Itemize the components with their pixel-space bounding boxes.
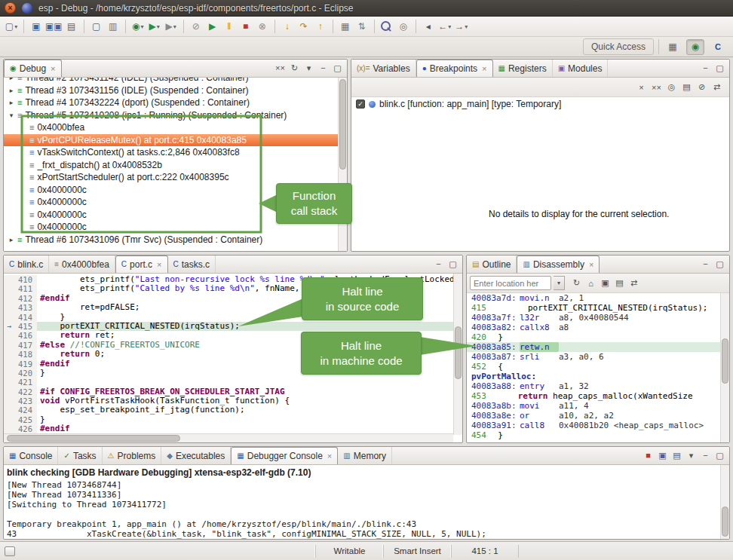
step-over-icon[interactable]: ↷	[296, 19, 311, 35]
thread-row[interactable]: ▸≡Thread #3 1073431156 (IDLE) (Suspended…	[4, 84, 347, 97]
tab-breakpoints[interactable]: ●Breakpoints×	[416, 60, 493, 77]
run-icon[interactable]: ▶▾	[147, 19, 162, 35]
tab-executables[interactable]: ◆Executables	[161, 447, 231, 464]
tab-debugger-console[interactable]: ▦Debugger Console×	[231, 447, 338, 464]
open-perspective-icon[interactable]: ▦	[664, 39, 682, 55]
instruction-stepping-icon[interactable]: ▦	[338, 19, 353, 35]
editor-horizontal-scrollbar[interactable]	[4, 433, 453, 442]
tab-memory[interactable]: ▥Memory	[338, 447, 392, 464]
minimize-view-icon[interactable]: −	[699, 258, 712, 271]
tab-variables[interactable]: (x)=Variables	[351, 60, 416, 77]
tab-debug[interactable]: ◉Debug×	[4, 60, 62, 77]
remove-all-breakpoints-icon[interactable]: ××	[650, 81, 663, 93]
resume-icon[interactable]: ▶	[205, 19, 220, 35]
maximize-view-icon[interactable]: ▢	[713, 62, 726, 75]
step-return-icon[interactable]: ↑	[313, 19, 328, 35]
minimize-view-icon[interactable]: −	[699, 449, 712, 462]
console-output[interactable]: blink checking [GDB Hardware Debugging] …	[4, 465, 729, 539]
disassembly-row[interactable]: 415 portEXIT_CRITICAL_NESTED(irqStatus);	[467, 303, 729, 313]
disassembly-listing[interactable]: 40083a7d:movi.na2, 1415 portEXIT_CRITICA…	[467, 293, 729, 440]
disassembly-row[interactable]: 40083a7d:movi.na2, 1	[467, 293, 729, 303]
disassembly-row[interactable]: 40083a82:callx8a8	[467, 323, 729, 332]
disassembly-row[interactable]: 40083a8e:ora10, a2, a2	[467, 411, 729, 421]
breakpoints-list[interactable]: ✓ blink.c [function: app_main] [type: Te…	[351, 97, 729, 219]
thread-row[interactable]: ▸≡Thread #6 1073431096 (Tmr Svc) (Suspen…	[4, 234, 347, 246]
tab-problems[interactable]: ⚠Problems	[103, 447, 162, 464]
tab-tasks[interactable]: ✓Tasks	[58, 447, 102, 464]
editor-vertical-scrollbar[interactable]	[453, 274, 462, 435]
restart-icon[interactable]: ↻	[288, 62, 301, 75]
console-menu-icon[interactable]: ▾	[685, 449, 698, 462]
last-edit-location-icon[interactable]: ◂	[421, 19, 436, 35]
close-tab-icon[interactable]: ×	[482, 64, 486, 73]
disassembly-row[interactable]: 453 return heap_caps_malloc(xWantedSize	[467, 391, 729, 401]
location-dropdown-icon[interactable]: ▾	[554, 276, 565, 290]
forward-icon[interactable]: →▾	[454, 19, 469, 35]
link-with-debug-view-icon[interactable]: ⇄	[710, 81, 723, 93]
minimize-view-icon[interactable]: −	[432, 258, 445, 271]
new-icon[interactable]: ▢▾	[4, 19, 19, 35]
thread-row[interactable]: ▸≡Thread #4 1073432224 (dport) (Suspende…	[4, 96, 347, 109]
tab-blink-c[interactable]: Cblink.c	[4, 256, 49, 273]
tab-disassembly[interactable]: ▥Disassembly×	[517, 256, 600, 273]
skip-all-breakpoints-icon[interactable]: ⊘	[189, 19, 204, 35]
toggle-tracking-icon[interactable]: ▤	[613, 277, 626, 289]
print-icon[interactable]: ▤	[64, 19, 79, 35]
terminate-icon[interactable]: ■	[238, 19, 253, 35]
disassembly-row[interactable]: 454 }	[467, 430, 729, 440]
disconnect-icon[interactable]: ⊗	[255, 19, 270, 35]
quick-access-button[interactable]: Quick Access	[583, 38, 654, 55]
window-close-button[interactable]: ×	[5, 2, 16, 14]
disassembly-row[interactable]: 40083a8b:movia11, 4	[467, 401, 729, 411]
maximize-view-icon[interactable]: ▢	[713, 449, 726, 462]
disassembly-row[interactable]: 420 }	[467, 332, 729, 342]
minimize-view-icon[interactable]: −	[699, 62, 712, 75]
close-tab-icon[interactable]: ×	[589, 260, 593, 269]
expand-icon[interactable]: ▸	[7, 78, 16, 81]
thread-row[interactable]: ▸≡Thread #2 1073431142 (IDLE) (Suspended…	[4, 78, 347, 84]
expand-icon[interactable]: ▸	[7, 236, 16, 243]
stack-frame-row[interactable]: ≡_frxt_dispatch() at 0x4008532b	[4, 159, 347, 172]
suspend-icon[interactable]: ‖	[222, 19, 237, 35]
remove-all-terminated-icon[interactable]: ××	[274, 62, 287, 75]
close-tab-icon[interactable]: ×	[51, 64, 55, 73]
debug-perspective-button[interactable]: ◉	[686, 39, 704, 55]
disassembly-row[interactable]: 40083a85:retw.n	[467, 342, 729, 352]
new-c-source-file-icon[interactable]: ▢	[89, 19, 104, 35]
location-input[interactable]	[470, 276, 551, 290]
stack-frame-row[interactable]: ≡vTaskSwitchContext() at tasks.c:2,846 0…	[4, 146, 347, 159]
close-tab-icon[interactable]: ×	[327, 451, 332, 461]
expand-icon[interactable]: ▸	[7, 99, 16, 106]
terminate-icon[interactable]: ■	[642, 449, 655, 462]
sync-selection-icon[interactable]: ⇄	[627, 277, 640, 289]
disassembly-row[interactable]: 40083a91:call80x40081b20 <heap_caps_mall…	[467, 421, 729, 430]
disassembly-scrollbar[interactable]	[720, 293, 729, 443]
go-to-file-icon[interactable]: ▤	[680, 81, 693, 93]
save-all-icon[interactable]: ▣▣	[45, 19, 63, 35]
tab-outline[interactable]: ▤Outline	[467, 256, 517, 273]
tab-console[interactable]: ▦Console	[4, 447, 58, 464]
debug-icon[interactable]: ◉▾	[130, 19, 146, 35]
disassembly-row[interactable]: 40083a87:srlia3, a0, 6	[467, 352, 729, 362]
maximize-view-icon[interactable]: ▢	[331, 62, 344, 75]
status-trim-icon[interactable]	[5, 546, 15, 556]
breakpoint-item[interactable]: ✓ blink.c [function: app_main] [type: Te…	[351, 97, 729, 111]
stack-frame-row[interactable]: ≡0x4000bfea	[4, 121, 347, 134]
breakpoint-checkbox[interactable]: ✓	[356, 99, 365, 109]
show-breakpoints-supported-icon[interactable]: ◎	[665, 81, 678, 93]
back-icon[interactable]: ←▾	[437, 19, 452, 35]
toggle-source-icon[interactable]: ▣	[599, 277, 612, 289]
disassembly-row[interactable]: 40083a88:entrya1, 32	[467, 381, 729, 391]
step-into-icon[interactable]: ↓	[280, 19, 295, 35]
disassembly-row[interactable]: pvPortMalloc:	[467, 372, 729, 381]
collapse-icon[interactable]: ▾	[7, 112, 16, 119]
external-tools-icon[interactable]: ▶▾	[164, 19, 179, 35]
build-all-icon[interactable]: ▥	[106, 19, 121, 35]
console-scrollbar[interactable]	[720, 465, 729, 540]
maximize-view-icon[interactable]: ▢	[713, 258, 726, 271]
tab-modules[interactable]: ▣Modules	[553, 60, 609, 77]
view-menu-icon[interactable]: ▾	[302, 62, 315, 75]
skip-all-breakpoints-icon[interactable]: ⊘	[695, 81, 708, 93]
stack-frame-row[interactable]: ≡vPortCPUReleaseMutex() at port.c:415 0x…	[4, 134, 347, 147]
open-type-icon[interactable]: ◎	[396, 19, 411, 35]
